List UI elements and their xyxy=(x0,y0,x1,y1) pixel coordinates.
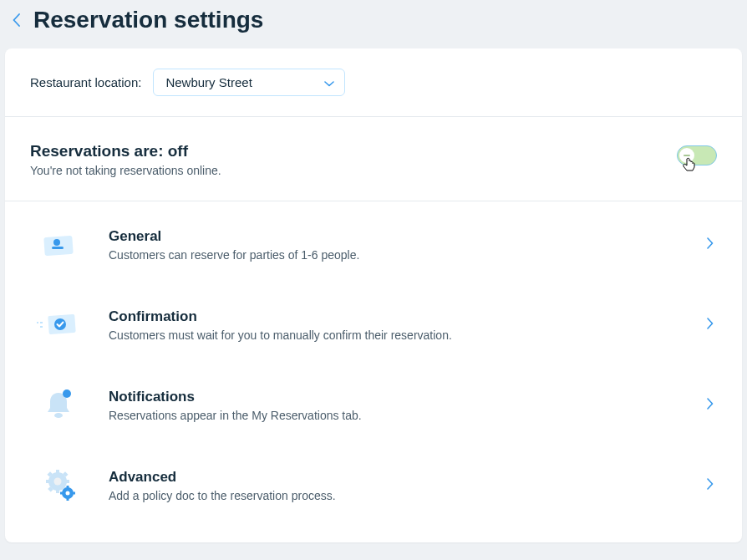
svg-rect-12 xyxy=(56,470,59,474)
svg-point-1 xyxy=(53,239,60,246)
chevron-right-icon xyxy=(707,237,714,252)
setting-item-advanced[interactable]: Advanced Add a policy doc to the reserva… xyxy=(30,445,717,526)
reservations-toggle[interactable] xyxy=(677,145,717,165)
svg-rect-7 xyxy=(40,326,43,328)
back-button[interactable] xyxy=(7,11,25,29)
svg-rect-15 xyxy=(65,480,69,483)
settings-card: Restaurant location: Newbury Street Rese… xyxy=(5,48,742,542)
svg-point-21 xyxy=(66,491,70,496)
confirmation-icon xyxy=(33,307,84,344)
setting-title: Advanced xyxy=(109,469,697,486)
settings-list: General Customers can reserve for partie… xyxy=(5,201,742,542)
svg-rect-5 xyxy=(40,322,43,323)
reservations-status-title: Reservations are: off xyxy=(30,142,221,160)
svg-rect-13 xyxy=(56,489,59,493)
svg-rect-0 xyxy=(43,236,73,256)
advanced-icon xyxy=(33,467,84,504)
svg-point-9 xyxy=(63,389,71,398)
chevron-right-icon xyxy=(707,478,714,493)
setting-desc: Customers can reserve for parties of 1-6… xyxy=(109,248,697,262)
setting-desc: Reservations appear in the My Reservatio… xyxy=(109,409,697,422)
reservations-status-row: Reservations are: off You're not taking … xyxy=(5,117,742,201)
svg-rect-23 xyxy=(67,497,69,501)
chevron-left-icon xyxy=(13,13,20,27)
svg-rect-22 xyxy=(67,486,69,489)
setting-item-notifications[interactable]: Notifications Reservations appear in the… xyxy=(30,365,717,445)
svg-rect-14 xyxy=(46,480,50,483)
svg-point-8 xyxy=(54,413,63,418)
setting-title: Confirmation xyxy=(109,308,697,325)
general-icon xyxy=(33,227,84,263)
setting-item-general[interactable]: General Customers can reserve for partie… xyxy=(30,205,717,285)
svg-rect-24 xyxy=(60,492,64,495)
toggle-knob xyxy=(679,148,694,163)
svg-rect-6 xyxy=(37,322,38,323)
setting-item-confirmation[interactable]: Confirmation Customers must wait for you… xyxy=(30,285,717,365)
chevron-right-icon xyxy=(707,398,714,413)
reservations-status-subtitle: You're not taking reservations online. xyxy=(30,164,221,177)
svg-point-11 xyxy=(54,478,62,486)
svg-rect-2 xyxy=(52,247,64,249)
notifications-icon xyxy=(33,387,84,424)
setting-title: General xyxy=(109,228,697,245)
location-row: Restaurant location: Newbury Street xyxy=(5,48,742,117)
setting-title: Notifications xyxy=(109,389,697,405)
setting-desc: Customers must wait for you to manually … xyxy=(109,328,697,342)
page-title: Reservation settings xyxy=(33,7,263,33)
location-label: Restaurant location: xyxy=(30,75,141,89)
chevron-right-icon xyxy=(707,318,714,333)
location-selected-value: Newbury Street xyxy=(165,75,252,89)
location-select[interactable]: Newbury Street xyxy=(153,69,345,96)
setting-desc: Add a policy doc to the reservation proc… xyxy=(109,489,697,502)
chevron-down-icon xyxy=(324,75,334,89)
svg-rect-25 xyxy=(72,492,75,495)
